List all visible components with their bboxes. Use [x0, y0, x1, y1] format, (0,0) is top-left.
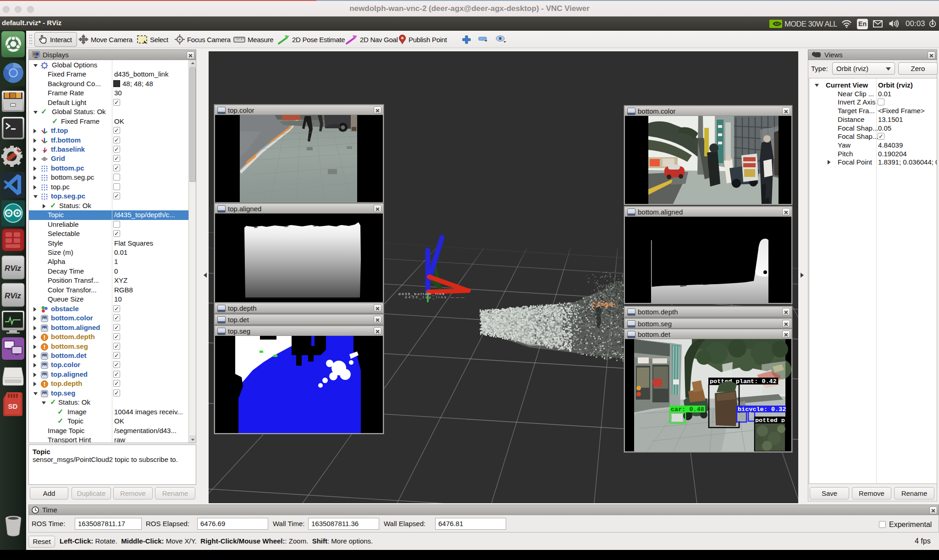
svg-text:SD: SD	[8, 402, 18, 410]
svg-text:RViz: RViz	[5, 291, 22, 300]
svg-text:RViz: RViz	[5, 264, 22, 273]
